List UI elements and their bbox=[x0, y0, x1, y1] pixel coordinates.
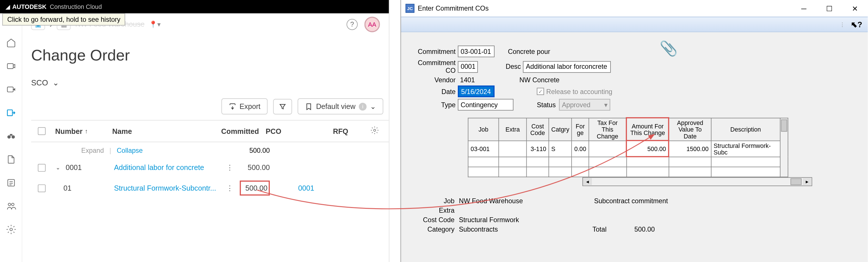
expand-action[interactable]: Expand bbox=[81, 147, 104, 154]
grid-cell-costcode[interactable]: 3-110 bbox=[526, 141, 549, 157]
list-icon[interactable] bbox=[5, 177, 17, 189]
binoculars-icon[interactable] bbox=[5, 130, 17, 142]
export-arrow-icon bbox=[228, 103, 236, 110]
row-name-link[interactable]: Additional labor for concrete bbox=[114, 163, 220, 172]
export-label: Export bbox=[240, 102, 260, 111]
export-icon[interactable] bbox=[5, 107, 17, 119]
desc-input[interactable] bbox=[523, 61, 611, 73]
collapse-action[interactable]: Collapse bbox=[117, 147, 143, 154]
settings-icon[interactable] bbox=[5, 223, 17, 236]
scroll-right-button[interactable]: ▸ bbox=[803, 178, 812, 185]
vendor-name: NW Concrete bbox=[517, 76, 559, 84]
filter-icon bbox=[279, 103, 286, 110]
grid-cell-desc[interactable]: Structural Formwork-Subc bbox=[711, 141, 780, 157]
paperclip-icon[interactable]: 📎 bbox=[660, 40, 677, 57]
row-number: 0001 bbox=[66, 163, 82, 172]
status-select[interactable]: Approved ▾ bbox=[559, 99, 610, 111]
grid-cell-job[interactable]: 03-001 bbox=[468, 141, 499, 157]
grid-header-catgry[interactable]: Catgry bbox=[549, 118, 572, 141]
info-badge-icon: i bbox=[359, 103, 367, 110]
svg-rect-2 bbox=[7, 110, 12, 115]
grid-header-tax[interactable]: Tax ForThis Change bbox=[589, 118, 627, 141]
col-number[interactable]: Number ↑ bbox=[55, 127, 112, 135]
table-row[interactable]: 01 Structural Formwork-Subcontr... ⋮ 500… bbox=[31, 176, 389, 200]
close-button[interactable]: ✕ bbox=[842, 0, 868, 16]
svg-point-4 bbox=[11, 135, 14, 139]
dropdown-icon: ▾ bbox=[604, 101, 608, 109]
grid-header-extra[interactable]: Extra bbox=[499, 118, 526, 141]
col-name[interactable]: Name bbox=[112, 127, 216, 135]
ribbon-strip: ⋮ ⬉? bbox=[401, 16, 868, 32]
grid-header-for[interactable]: Forge bbox=[572, 118, 589, 141]
window-titlebar: JC Enter Commitment COs ─ ☐ ✕ bbox=[401, 0, 868, 16]
bookmark-icon bbox=[305, 103, 313, 110]
grid-cell-forge[interactable]: 0.00 bbox=[572, 141, 589, 157]
ribbon-grip-icon[interactable]: ⋮ bbox=[840, 22, 845, 28]
app-icon: JC bbox=[406, 4, 414, 13]
release-label: Release to accounting bbox=[546, 87, 612, 95]
grid-cell-extra[interactable] bbox=[499, 141, 526, 157]
type-input[interactable] bbox=[458, 99, 514, 111]
import-icon[interactable] bbox=[5, 83, 17, 96]
expand-toggle-icon[interactable]: ⌄ bbox=[56, 164, 60, 171]
grid-header-job[interactable]: Job bbox=[468, 118, 499, 141]
grid-cell-tax[interactable] bbox=[589, 141, 627, 157]
scroll-left-button[interactable]: ◂ bbox=[583, 178, 592, 185]
date-input[interactable] bbox=[458, 85, 495, 97]
pin-icon[interactable]: 📍▾ bbox=[149, 21, 161, 28]
grid-cell-approved[interactable]: 1500.00 bbox=[669, 141, 711, 157]
grid-header-costcode[interactable]: CostCode bbox=[526, 118, 549, 141]
row-committed-highlighted: 500.00 bbox=[240, 181, 270, 195]
summary-job-value: NW Food Warehouse bbox=[458, 197, 523, 205]
commitment-input[interactable] bbox=[458, 46, 495, 57]
chevron-down-icon: ⌄ bbox=[53, 78, 59, 87]
select-all-checkbox[interactable] bbox=[38, 127, 45, 135]
minimize-button[interactable]: ─ bbox=[791, 0, 817, 16]
filter-button[interactable] bbox=[273, 99, 292, 114]
document-icon[interactable] bbox=[5, 153, 17, 166]
export-button[interactable]: Export bbox=[221, 98, 268, 114]
row-checkbox[interactable] bbox=[38, 164, 45, 172]
columns-gear-icon[interactable] bbox=[371, 126, 379, 135]
page-title: Change Order bbox=[31, 47, 389, 65]
col-pco[interactable]: PCO bbox=[259, 127, 311, 135]
desc-label: Desc bbox=[506, 63, 523, 71]
grid-header-desc[interactable]: Description bbox=[711, 118, 780, 141]
hscroll-thumb[interactable] bbox=[790, 178, 802, 185]
date-label: Date bbox=[412, 87, 458, 95]
history-tooltip: Click to go forward, hold to see history bbox=[2, 13, 125, 26]
grid-cell-amount-highlighted[interactable]: 500.00 bbox=[627, 141, 669, 157]
table-row[interactable]: ⌄0001 Additional labor for concrete ⋮ 50… bbox=[31, 159, 389, 176]
grid-hscroll[interactable]: ◂ ▸ bbox=[582, 177, 812, 186]
col-rfq[interactable]: RFQ bbox=[311, 127, 370, 135]
row-checkbox[interactable] bbox=[38, 184, 45, 192]
row-name-link[interactable]: Structural Formwork-Subcontr... bbox=[114, 184, 220, 192]
sco-dropdown[interactable]: SCO ⌄ bbox=[31, 78, 59, 87]
grid-header-amount[interactable]: Amount ForThis Change bbox=[627, 118, 669, 141]
col-committed[interactable]: Committed bbox=[216, 127, 259, 135]
grid-header-approved[interactable]: ApprovedValue To Date bbox=[669, 118, 711, 141]
avatar[interactable]: AA bbox=[364, 16, 380, 32]
summary-job-label: Job bbox=[412, 197, 458, 205]
row-pco-link[interactable]: 0001 bbox=[298, 184, 314, 192]
svg-point-3 bbox=[7, 135, 11, 139]
users-icon[interactable] bbox=[5, 200, 17, 213]
svg-rect-0 bbox=[7, 64, 13, 69]
home-icon[interactable] bbox=[5, 37, 17, 49]
co-input[interactable] bbox=[458, 61, 478, 73]
more-icon[interactable]: ⋮ bbox=[226, 184, 234, 192]
help-icon[interactable]: ? bbox=[346, 18, 358, 30]
autodesk-top-bar: ◢ AUTODESK Construction Cloud bbox=[0, 0, 389, 13]
more-icon[interactable]: ⋮ bbox=[226, 163, 234, 172]
grid-cell-catgry[interactable]: S bbox=[549, 141, 572, 157]
maximize-button[interactable]: ☐ bbox=[817, 0, 842, 16]
vscroll-thumb[interactable] bbox=[781, 119, 787, 132]
vendor-value: 1401 bbox=[458, 76, 475, 84]
line-items-grid[interactable]: Job Extra CostCode Catgry Forge Tax ForT… bbox=[468, 117, 788, 177]
context-help-button[interactable]: ⬉? bbox=[851, 20, 862, 29]
video-icon[interactable] bbox=[5, 60, 17, 72]
view-button[interactable]: Default view i ⌄ bbox=[298, 98, 383, 114]
type-label: Type bbox=[412, 101, 458, 109]
release-checkbox[interactable]: ✓ bbox=[537, 88, 544, 95]
summary-total-value: 500.00 bbox=[634, 225, 655, 233]
